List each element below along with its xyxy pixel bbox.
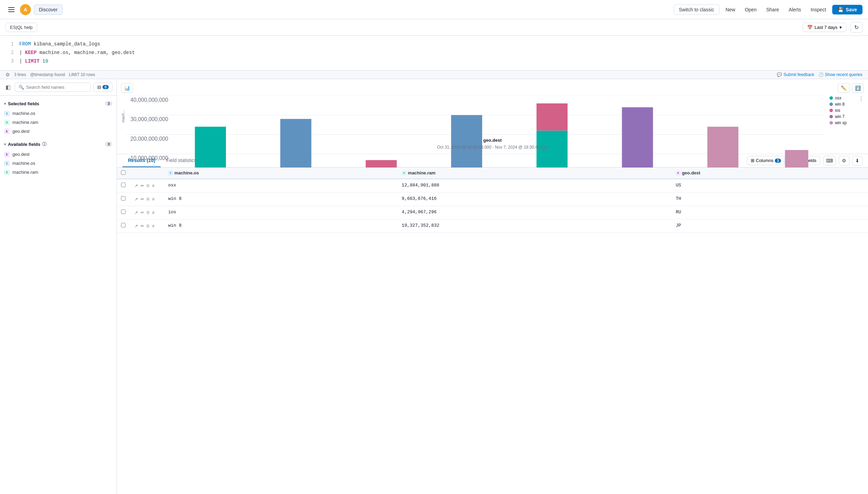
expand-row-button[interactable]: ↗ <box>134 210 139 216</box>
query-editor[interactable]: 1 FROM kibana_sample_data_logs 2 | KEEP … <box>0 36 868 71</box>
save-icon: 💾 <box>838 7 844 12</box>
expand-row-button[interactable]: ↗ <box>134 183 139 189</box>
expand-row-button[interactable]: ↗ <box>134 223 139 229</box>
esql-help-button[interactable]: ES|QL help <box>6 23 37 32</box>
chart-toolbar: 📊 ✏️ ⬇️ <box>121 83 864 93</box>
row-actions-cell: ↗ ✏ ⎘ ≡ <box>130 219 164 233</box>
lines-info: 3 lines <box>14 72 26 77</box>
row-checkbox[interactable] <box>121 210 126 214</box>
svg-rect-16 <box>622 107 653 173</box>
legend-menu-button[interactable]: ⋮ <box>858 96 864 102</box>
legend-win7: win 7 <box>829 114 857 119</box>
field-item-geo-dest-available[interactable]: k geo.dest <box>0 150 117 159</box>
alerts-button[interactable]: Alerts <box>785 5 804 14</box>
available-info-icon: ⓘ <box>42 141 46 147</box>
filter-button[interactable]: ⊟ 0 <box>94 83 112 92</box>
table-header-row: t machine.os # machine.ram <box>117 168 868 179</box>
th-machine-os: t machine.os <box>164 168 398 179</box>
settings-button[interactable]: ⚙ <box>839 156 849 165</box>
show-queries-link[interactable]: 🕐 Show recent queries <box>818 72 862 77</box>
selected-fields-label: Selected fields <box>8 101 39 106</box>
new-button[interactable]: New <box>722 5 739 14</box>
row-checkbox[interactable] <box>121 196 126 201</box>
select-all-checkbox[interactable] <box>121 170 126 175</box>
submit-feedback-link[interactable]: 💬 Submit feedback <box>777 72 814 77</box>
cell-machine-ram: 19,327,352,832 <box>398 219 672 233</box>
copy-row-button[interactable]: ⎘ <box>146 210 150 216</box>
more-row-button[interactable]: ≡ <box>151 210 155 216</box>
field-item-machine-os-available[interactable]: t machine.os <box>0 159 117 168</box>
cell-machine-ram: 9,663,676,416 <box>398 192 672 206</box>
row-checkbox-cell <box>117 206 130 219</box>
data-table: t machine.os # machine.ram <box>117 168 868 233</box>
cell-geo-dest: JP <box>672 219 868 233</box>
date-picker-button[interactable]: 📅 Last 7 days ▾ <box>803 23 847 32</box>
col-type-hash: # <box>402 171 406 175</box>
edit-row-button[interactable]: ✏ <box>140 196 145 202</box>
editor-line-3: 3 | LIMIT 10 <box>7 57 861 66</box>
copy-row-button[interactable]: ⎘ <box>146 223 150 229</box>
hamburger-menu[interactable] <box>6 4 17 15</box>
chevron-down-icon: ▾ <box>4 102 6 106</box>
edit-row-button[interactable]: ✏ <box>140 223 145 229</box>
type-badge-k: k <box>4 152 10 157</box>
table-row: ↗ ✏ ⎘ ≡ win 8 9,663,676,416 TH <box>117 192 868 206</box>
svg-rect-17 <box>707 127 738 173</box>
col-type-k: k <box>676 171 681 175</box>
chart-toggle-button[interactable]: 📊 <box>121 83 133 93</box>
search-input[interactable] <box>26 85 87 90</box>
field-toggle-button[interactable]: ◧ <box>4 83 12 92</box>
legend-win8: win 8 <box>829 102 857 107</box>
copy-row-button[interactable]: ⎘ <box>146 183 150 189</box>
expand-row-button[interactable]: ↗ <box>134 196 139 202</box>
row-checkbox[interactable] <box>121 223 126 227</box>
sidebar-top: ◧ 🔍 ⊟ 0 <box>0 79 117 96</box>
row-actions-cell: ↗ ✏ ⎘ ≡ <box>130 206 164 219</box>
chart-wrapper: mach... 40,000,000,000 30,000,000,000 20… <box>121 96 864 137</box>
feedback-icon: 💬 <box>777 72 782 77</box>
selected-fields-header[interactable]: ▾ Selected fields 3 <box>0 98 117 109</box>
available-fields-count: 3 <box>105 142 112 147</box>
th-geo-dest: k geo.dest <box>672 168 868 179</box>
results-area: t machine.os # machine.ram <box>117 168 868 494</box>
more-row-button[interactable]: ≡ <box>151 223 155 229</box>
save-button[interactable]: 💾 Save <box>832 5 862 14</box>
field-item-machine-ram-available[interactable]: # machine.ram <box>0 168 117 177</box>
search-icon: 🔍 <box>19 85 24 90</box>
row-checkbox-cell <box>117 219 130 233</box>
chart-download-button[interactable]: ⬇️ <box>852 83 864 93</box>
refresh-button[interactable]: ↻ <box>850 22 862 33</box>
type-badge-hash: # <box>4 120 10 125</box>
inspect-button[interactable]: Inspect <box>807 5 829 14</box>
row-checkbox-cell <box>117 192 130 206</box>
svg-rect-14 <box>536 130 567 173</box>
main-container: ◧ 🔍 ⊟ 0 ▾ Selected fields 3 t machine. <box>0 79 868 494</box>
esql-bar: ES|QL help 📅 Last 7 days ▾ ↻ <box>0 19 868 36</box>
discover-button[interactable]: Discover <box>34 4 63 15</box>
field-item-machine-os-selected[interactable]: t machine.os <box>0 109 117 118</box>
download-button[interactable]: ⬇ <box>852 156 862 165</box>
field-item-geo-dest-selected[interactable]: k geo.dest <box>0 127 117 136</box>
field-item-machine-ram-selected[interactable]: # machine.ram <box>0 118 117 127</box>
switch-classic-button[interactable]: Switch to classic <box>674 4 719 15</box>
edit-row-button[interactable]: ✏ <box>140 183 145 189</box>
cell-machine-ram: 4,294,967,296 <box>398 206 672 219</box>
copy-row-button[interactable]: ⎘ <box>146 196 150 202</box>
available-fields-label: Available fields <box>8 142 40 147</box>
search-box[interactable]: 🔍 <box>15 83 91 92</box>
svg-rect-10 <box>195 127 226 173</box>
open-button[interactable]: Open <box>741 5 760 14</box>
available-fields-header[interactable]: ▾ Available fields ⓘ 3 <box>0 139 117 150</box>
chart-edit-button[interactable]: ✏️ <box>838 83 850 93</box>
share-button[interactable]: Share <box>763 5 782 14</box>
more-row-button[interactable]: ≡ <box>151 196 155 202</box>
type-badge-k: k <box>4 129 10 134</box>
more-row-button[interactable]: ≡ <box>151 183 155 189</box>
filter-icon: ⊟ <box>97 85 101 90</box>
selected-fields-count: 3 <box>105 101 112 106</box>
svg-text:20,000,000,000: 20,000,000,000 <box>130 136 168 142</box>
row-checkbox[interactable] <box>121 183 126 187</box>
edit-row-button[interactable]: ✏ <box>140 210 145 216</box>
cell-machine-ram: 12,884,901,888 <box>398 179 672 193</box>
limit-info: LIMIT 10 rows <box>69 72 95 77</box>
